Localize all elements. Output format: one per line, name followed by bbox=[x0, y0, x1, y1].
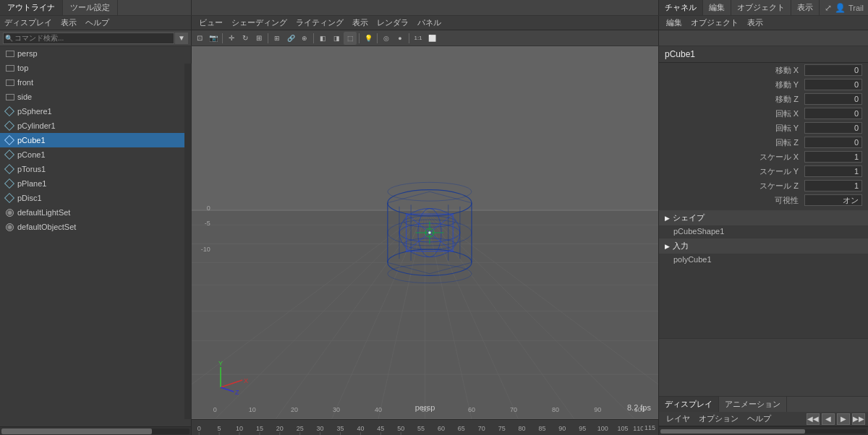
tab-channel[interactable]: チャネル bbox=[659, 0, 703, 15]
attr-input-translate-x[interactable] bbox=[804, 64, 862, 76]
tab-tool-settings[interactable]: ツール設定 bbox=[63, 0, 118, 15]
attr-row-translate-y[interactable]: 移動 Y bbox=[659, 77, 868, 92]
maximize-icon[interactable]: ⤢ bbox=[825, 3, 832, 13]
outliner-item-defaultlightset[interactable]: defaultLightSet bbox=[0, 205, 191, 220]
attr-row-scale-y[interactable]: スケール Y bbox=[659, 164, 868, 178]
shape-section-header[interactable]: ▶ シェイプ bbox=[659, 210, 868, 225]
user-icon[interactable]: 👤 bbox=[835, 3, 846, 13]
left-menu-help[interactable]: ヘルプ bbox=[81, 17, 114, 29]
bottom-menu-options[interactable]: オプション bbox=[694, 413, 743, 425]
svg-text:0: 0 bbox=[197, 425, 201, 432]
toolbar-icon-deform[interactable]: ◎ bbox=[380, 32, 393, 45]
tab-edit[interactable]: 編集 bbox=[703, 0, 731, 15]
attr-row-scale-x[interactable]: スケール X bbox=[659, 150, 868, 164]
right-menu-edit[interactable]: 編集 bbox=[662, 17, 686, 29]
shape-arrow-icon: ▶ bbox=[665, 215, 670, 222]
toolbar-icon-scale[interactable]: ⊞ bbox=[252, 32, 265, 45]
attr-input-scale-y[interactable] bbox=[804, 165, 862, 177]
attr-input-rotate-z[interactable] bbox=[804, 137, 862, 148]
toolbar-icon-frame[interactable]: ⬜ bbox=[425, 32, 438, 45]
toolbar-sep-2 bbox=[268, 33, 268, 43]
attr-input-rotate-x[interactable] bbox=[804, 108, 862, 119]
outliner-item-pcone1[interactable]: pCone1 bbox=[0, 147, 191, 162]
viewport-menu-show[interactable]: 表示 bbox=[348, 17, 373, 29]
attr-row-visibility[interactable]: 可視性 bbox=[659, 193, 868, 207]
bottom-menu-layer[interactable]: レイヤ bbox=[662, 413, 694, 425]
svg-text:Z: Z bbox=[235, 389, 239, 396]
outliner-item-ptorus1[interactable]: pTorus1 bbox=[0, 162, 191, 176]
svg-text:100: 100 bbox=[597, 425, 608, 432]
viewport-menu-panels[interactable]: パネル bbox=[413, 17, 446, 29]
svg-text:50: 50 bbox=[397, 425, 404, 432]
toolbar-icon-cam[interactable]: 📷 bbox=[207, 32, 220, 45]
svg-text:0: 0 bbox=[213, 406, 217, 413]
outliner-item-front[interactable]: front bbox=[0, 75, 191, 90]
toolbar-icon-magnet[interactable]: ⊕ bbox=[298, 32, 311, 45]
svg-text:45: 45 bbox=[377, 425, 384, 432]
toolbar-icon-resolution[interactable]: 1:1 bbox=[412, 32, 425, 45]
input-section-header[interactable]: ▶ 入力 bbox=[659, 238, 868, 254]
back-btn[interactable]: ◀◀ bbox=[807, 413, 820, 425]
attr-row-rotate-x[interactable]: 回転 X bbox=[659, 106, 868, 121]
right-hscrollbar[interactable] bbox=[659, 426, 868, 435]
left-hscrollbar[interactable] bbox=[0, 426, 191, 435]
viewport-menu-view[interactable]: ビュー bbox=[195, 17, 227, 29]
tab-animation-bottom[interactable]: アニメーション bbox=[719, 397, 787, 412]
outliner-item-side[interactable]: side bbox=[0, 90, 191, 104]
attr-row-rotate-y[interactable]: 回転 Y bbox=[659, 121, 868, 135]
outliner-item-top[interactable]: top bbox=[0, 61, 191, 75]
outliner-item-pcube1[interactable]: pCube1 bbox=[0, 133, 191, 147]
attr-row-translate-z[interactable]: 移動 Z bbox=[659, 92, 868, 106]
toolbar-icon-shading2[interactable]: ◨ bbox=[330, 32, 343, 45]
outliner-item-persp[interactable]: persp bbox=[0, 46, 191, 61]
tab-object[interactable]: オブジェクト bbox=[731, 0, 791, 15]
left-menu-display[interactable]: ディスプレイ bbox=[0, 17, 56, 29]
prev-btn[interactable]: ◀ bbox=[822, 413, 835, 425]
toolbar-icon-shading1[interactable]: ◧ bbox=[316, 32, 329, 45]
attr-row-translate-x[interactable]: 移動 X bbox=[659, 63, 868, 77]
input-value: polyCube1 bbox=[659, 254, 868, 265]
attr-input-scale-z[interactable] bbox=[804, 180, 862, 191]
fwd-btn[interactable]: ▶▶ bbox=[852, 413, 865, 425]
viewport-canvas[interactable]: 0 10 20 30 40 50 60 70 80 90 100 0 -5 bbox=[192, 46, 658, 419]
toolbar-icon-wire[interactable]: ⬚ bbox=[344, 32, 357, 45]
attr-input-scale-x[interactable] bbox=[804, 151, 862, 163]
toolbar-icon-light[interactable]: 💡 bbox=[362, 32, 375, 45]
outliner-item-psphere1[interactable]: pSphere1 bbox=[0, 104, 191, 119]
left-vscrollbar[interactable] bbox=[184, 64, 192, 419]
viewport-menu-renderer[interactable]: レンダラ bbox=[373, 17, 413, 29]
svg-text:25: 25 bbox=[297, 425, 304, 432]
toolbar-icon-grid[interactable]: ⊞ bbox=[271, 32, 284, 45]
trail-label: Trail bbox=[848, 4, 864, 12]
svg-text:40: 40 bbox=[357, 425, 364, 432]
right-menu-display[interactable]: 表示 bbox=[743, 17, 767, 29]
right-menu-object[interactable]: オブジェクト bbox=[686, 17, 743, 29]
bottom-menu-help[interactable]: ヘルプ bbox=[743, 413, 775, 425]
outliner-item-pplane1[interactable]: pPlane1 bbox=[0, 176, 191, 191]
search-dropdown[interactable]: ▼ bbox=[175, 33, 188, 44]
toolbar-icon-snap[interactable]: 🔗 bbox=[284, 32, 297, 45]
attr-label-rotate-z: 回転 Z bbox=[665, 137, 804, 148]
outliner-item-pdisc1[interactable]: pDisc1 bbox=[0, 191, 191, 205]
attr-row-scale-z[interactable]: スケール Z bbox=[659, 178, 868, 193]
viewport-menu-shading[interactable]: シェーディング bbox=[227, 17, 292, 29]
next-btn[interactable]: ▶ bbox=[837, 413, 850, 425]
toolbar-icon-rotate[interactable]: ↻ bbox=[239, 32, 252, 45]
left-menu-view[interactable]: 表示 bbox=[56, 17, 81, 29]
selected-object-name: pCube1 bbox=[659, 46, 868, 63]
viewport-menu-lighting[interactable]: ライティング bbox=[292, 17, 348, 29]
attr-input-translate-y[interactable] bbox=[804, 79, 862, 90]
attr-input-translate-z[interactable] bbox=[804, 93, 862, 105]
tab-display-bottom[interactable]: ディスプレイ bbox=[659, 397, 719, 412]
outliner-item-defaultobjectset[interactable]: defaultObjectSet bbox=[0, 220, 191, 234]
tab-outliner[interactable]: アウトライナ bbox=[0, 0, 63, 15]
input-section-label: 入力 bbox=[673, 241, 689, 251]
outliner-item-pcylinder1[interactable]: pCylinder1 bbox=[0, 119, 191, 133]
attr-row-rotate-z[interactable]: 回転 Z bbox=[659, 135, 868, 150]
toolbar-icon-sphere[interactable]: ● bbox=[393, 32, 407, 45]
attr-input-rotate-y[interactable] bbox=[804, 122, 862, 134]
toolbar-icon-select[interactable]: ⊡ bbox=[193, 32, 206, 45]
tab-display[interactable]: 表示 bbox=[791, 0, 820, 15]
toolbar-icon-move[interactable]: ✛ bbox=[225, 32, 238, 45]
attr-input-visibility[interactable] bbox=[804, 194, 862, 206]
